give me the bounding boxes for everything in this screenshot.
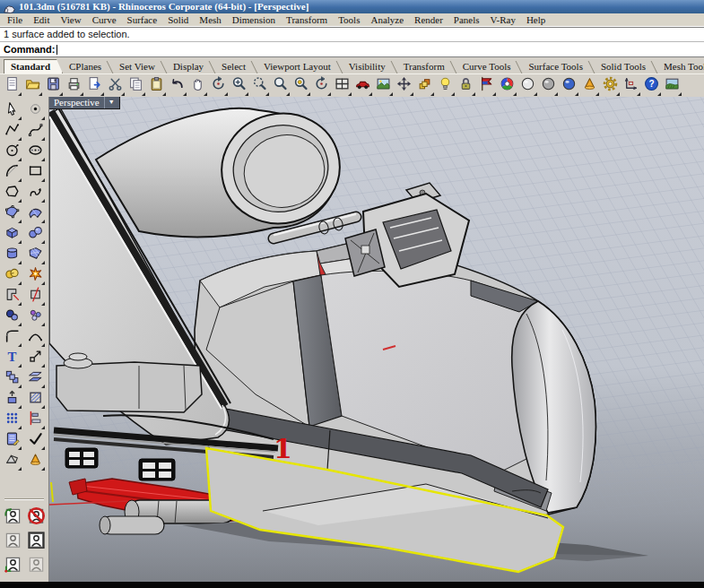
zoom-dynamic-button[interactable] xyxy=(249,76,269,96)
polygon-button[interactable] xyxy=(2,183,22,203)
change-layer-button[interactable] xyxy=(25,368,45,388)
menu-help[interactable]: Help xyxy=(521,14,551,26)
viewport-perspective[interactable]: 1 Perspective ▼ xyxy=(49,97,704,588)
boolean-difference-button[interactable] xyxy=(2,307,22,326)
hide-unselected-object-button[interactable] xyxy=(25,531,47,552)
polyline-button[interactable] xyxy=(2,121,22,141)
rotate-view-button[interactable] xyxy=(208,76,228,96)
tab-display[interactable]: Display xyxy=(167,60,215,74)
menu-dimension[interactable]: Dimension xyxy=(227,14,281,26)
cylinder-button[interactable] xyxy=(2,245,22,264)
color-wheel-button[interactable] xyxy=(497,76,517,96)
menu-render[interactable]: Render xyxy=(409,14,448,26)
surface-from-mesh-button[interactable] xyxy=(25,245,45,264)
command-input[interactable]: Command: xyxy=(0,41,704,57)
menu-solid[interactable]: Solid xyxy=(162,14,194,26)
tab-visibility[interactable]: Visibility xyxy=(343,60,397,74)
blend-curve-button[interactable] xyxy=(25,327,45,347)
explode-button[interactable] xyxy=(25,265,45,285)
chevron-down-icon[interactable]: ▼ xyxy=(104,97,115,108)
lock-button[interactable] xyxy=(456,76,475,96)
cone-button[interactable] xyxy=(25,451,45,471)
open-file-button[interactable] xyxy=(22,76,42,96)
tab-set-view[interactable]: Set View xyxy=(113,60,167,74)
menu-analyze[interactable]: Analyze xyxy=(365,14,409,26)
export-button[interactable] xyxy=(84,76,104,96)
viewport-layout-button[interactable] xyxy=(332,76,352,96)
tab-surface-tools[interactable]: Surface Tools xyxy=(522,60,594,74)
undo-view-change-button[interactable] xyxy=(311,76,331,96)
landscape-button[interactable] xyxy=(662,76,682,96)
select-button[interactable] xyxy=(2,100,22,120)
check-selection-button[interactable] xyxy=(25,430,45,450)
trim-button[interactable] xyxy=(2,286,22,306)
hatch-button[interactable] xyxy=(25,389,45,409)
rectangular-array-button[interactable] xyxy=(2,410,22,429)
menu-panels[interactable]: Panels xyxy=(448,14,485,26)
render-preview-button[interactable] xyxy=(373,76,393,96)
tab-transform[interactable]: Transform xyxy=(397,60,456,74)
dimension-button[interactable] xyxy=(621,76,640,96)
options-button[interactable] xyxy=(600,76,620,96)
box-button[interactable] xyxy=(2,224,22,244)
notes-button[interactable] xyxy=(2,430,22,450)
group-button[interactable] xyxy=(414,76,434,96)
undo-button[interactable] xyxy=(167,76,187,96)
boolean-union-button[interactable] xyxy=(2,265,22,285)
menu-v-ray[interactable]: V-Ray xyxy=(485,14,521,26)
zoom-in-button[interactable] xyxy=(229,76,248,96)
light-button[interactable] xyxy=(435,76,455,96)
pan-button[interactable] xyxy=(187,76,207,96)
control-point-curve-button[interactable] xyxy=(25,121,45,141)
align-button[interactable] xyxy=(25,410,45,429)
viewport-title-tab[interactable]: Perspective ▼ xyxy=(49,97,120,109)
shaded-viewport-button[interactable] xyxy=(517,76,537,96)
new-file-button[interactable] xyxy=(2,76,22,96)
zoom-selected-button[interactable] xyxy=(291,76,310,96)
menu-mesh[interactable]: Mesh xyxy=(194,14,226,26)
paste-button[interactable] xyxy=(146,76,166,96)
arc-button[interactable] xyxy=(2,162,22,182)
fillet-corner-button[interactable] xyxy=(2,327,22,347)
render-button[interactable] xyxy=(352,76,372,96)
tab-mesh-tools[interactable]: Mesh Tools xyxy=(657,60,704,74)
point-cloud-button[interactable] xyxy=(25,307,45,326)
tab-select[interactable]: Select xyxy=(215,60,257,74)
menu-transform[interactable]: Transform xyxy=(281,14,333,26)
tab-curve-tools[interactable]: Curve Tools xyxy=(456,60,523,74)
ellipse-button[interactable] xyxy=(25,142,45,161)
loft-surface-button[interactable] xyxy=(25,203,45,223)
save-button[interactable] xyxy=(43,76,63,96)
lock-object-button[interactable] xyxy=(2,555,23,576)
zoom-window-button[interactable] xyxy=(270,76,290,96)
tab-viewport-layout[interactable]: Viewport Layout xyxy=(257,60,343,74)
prism-button[interactable] xyxy=(2,451,22,471)
menu-curve[interactable]: Curve xyxy=(87,14,122,26)
menu-tools[interactable]: Tools xyxy=(333,14,365,26)
sphere-button[interactable] xyxy=(25,224,45,244)
rectangle-button[interactable] xyxy=(25,162,45,182)
split-button[interactable] xyxy=(25,286,45,306)
tab-cplanes[interactable]: CPlanes xyxy=(63,60,113,74)
material-button[interactable] xyxy=(476,76,496,96)
titlebar[interactable]: 101.3dm (516781 KB) - Rhinoceros Corpora… xyxy=(0,0,704,13)
help-button[interactable]: ? xyxy=(641,76,661,96)
menu-edit[interactable]: Edit xyxy=(28,14,55,26)
unlock-object-button[interactable] xyxy=(25,555,47,576)
surface-from-points-button[interactable] xyxy=(2,203,22,223)
text-button[interactable]: T xyxy=(2,348,22,368)
edit-points-button[interactable] xyxy=(25,348,45,368)
analyze-direction-button[interactable] xyxy=(579,76,599,96)
ghosted-viewport-button[interactable] xyxy=(538,76,558,96)
group-objects-button[interactable] xyxy=(2,368,22,388)
single-point-button[interactable] xyxy=(25,100,45,120)
curve-blend-button[interactable] xyxy=(25,183,45,203)
show-selected-object-button[interactable] xyxy=(2,531,23,552)
extrude-surface-button[interactable] xyxy=(2,389,22,409)
show-object-button[interactable] xyxy=(2,506,23,528)
rendered-viewport-button[interactable] xyxy=(559,76,578,96)
menu-file[interactable]: File xyxy=(2,14,28,26)
circle-button[interactable] xyxy=(2,142,22,161)
print-button[interactable] xyxy=(64,76,83,96)
copy-button[interactable] xyxy=(126,76,145,96)
